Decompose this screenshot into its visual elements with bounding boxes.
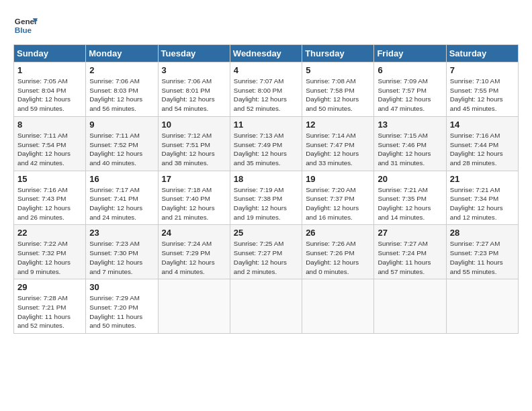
calendar-cell: 16Sunrise: 7:17 AMSunset: 7:41 PMDayligh… bbox=[86, 171, 158, 225]
day-number: 26 bbox=[306, 228, 370, 238]
page-header: General Blue bbox=[13, 13, 519, 38]
calendar-cell: 22Sunrise: 7:22 AMSunset: 7:32 PMDayligh… bbox=[14, 225, 86, 279]
day-number: 14 bbox=[450, 120, 515, 130]
calendar-cell: 21Sunrise: 7:21 AMSunset: 7:34 PMDayligh… bbox=[446, 171, 518, 225]
day-number: 5 bbox=[306, 65, 370, 75]
weekday-header-row: SundayMondayTuesdayWednesdayThursdayFrid… bbox=[14, 45, 519, 62]
day-info: Sunrise: 7:07 AMSunset: 8:00 PMDaylight:… bbox=[234, 77, 298, 113]
logo-icon: General Blue bbox=[13, 13, 38, 38]
calendar-week-4: 22Sunrise: 7:22 AMSunset: 7:32 PMDayligh… bbox=[14, 225, 519, 279]
calendar-cell: 11Sunrise: 7:13 AMSunset: 7:49 PMDayligh… bbox=[230, 116, 302, 171]
calendar-cell bbox=[302, 279, 374, 334]
day-info: Sunrise: 7:06 AMSunset: 8:01 PMDaylight:… bbox=[162, 77, 226, 113]
calendar-cell: 8Sunrise: 7:11 AMSunset: 7:54 PMDaylight… bbox=[14, 116, 86, 171]
day-number: 13 bbox=[378, 120, 442, 130]
weekday-header-tuesday: Tuesday bbox=[158, 45, 230, 62]
day-number: 6 bbox=[378, 65, 442, 75]
day-number: 19 bbox=[306, 174, 370, 184]
day-info: Sunrise: 7:24 AMSunset: 7:29 PMDaylight:… bbox=[162, 239, 226, 276]
logo: General Blue bbox=[13, 13, 38, 38]
calendar-cell: 18Sunrise: 7:19 AMSunset: 7:38 PMDayligh… bbox=[230, 171, 302, 225]
calendar-cell: 20Sunrise: 7:21 AMSunset: 7:35 PMDayligh… bbox=[374, 171, 446, 225]
calendar-cell: 1Sunrise: 7:05 AMSunset: 8:04 PMDaylight… bbox=[14, 62, 86, 117]
day-number: 22 bbox=[17, 228, 82, 238]
day-info: Sunrise: 7:12 AMSunset: 7:51 PMDaylight:… bbox=[162, 131, 226, 168]
calendar-cell: 27Sunrise: 7:27 AMSunset: 7:24 PMDayligh… bbox=[374, 225, 446, 279]
calendar-cell bbox=[158, 279, 230, 334]
day-info: Sunrise: 7:27 AMSunset: 7:24 PMDaylight:… bbox=[378, 239, 442, 276]
day-number: 24 bbox=[162, 228, 226, 238]
day-info: Sunrise: 7:17 AMSunset: 7:41 PMDaylight:… bbox=[89, 185, 154, 222]
day-number: 8 bbox=[17, 120, 82, 130]
day-info: Sunrise: 7:10 AMSunset: 7:55 PMDaylight:… bbox=[450, 77, 515, 113]
weekday-header-saturday: Saturday bbox=[446, 45, 518, 62]
day-number: 28 bbox=[450, 228, 515, 238]
day-info: Sunrise: 7:29 AMSunset: 7:20 PMDaylight:… bbox=[89, 293, 154, 330]
day-info: Sunrise: 7:21 AMSunset: 7:34 PMDaylight:… bbox=[450, 185, 515, 222]
calendar-cell: 12Sunrise: 7:14 AMSunset: 7:47 PMDayligh… bbox=[302, 116, 374, 171]
weekday-header-monday: Monday bbox=[86, 45, 158, 62]
day-number: 18 bbox=[234, 174, 298, 184]
calendar-cell: 4Sunrise: 7:07 AMSunset: 8:00 PMDaylight… bbox=[230, 62, 302, 117]
calendar-cell: 5Sunrise: 7:08 AMSunset: 7:58 PMDaylight… bbox=[302, 62, 374, 117]
calendar-cell: 14Sunrise: 7:16 AMSunset: 7:44 PMDayligh… bbox=[446, 116, 518, 171]
day-info: Sunrise: 7:28 AMSunset: 7:21 PMDaylight:… bbox=[17, 293, 82, 330]
calendar-week-3: 15Sunrise: 7:16 AMSunset: 7:43 PMDayligh… bbox=[14, 171, 519, 225]
weekday-header-friday: Friday bbox=[374, 45, 446, 62]
day-number: 3 bbox=[162, 65, 226, 75]
calendar-cell: 2Sunrise: 7:06 AMSunset: 8:03 PMDaylight… bbox=[86, 62, 158, 117]
day-info: Sunrise: 7:25 AMSunset: 7:27 PMDaylight:… bbox=[234, 239, 298, 276]
day-number: 12 bbox=[306, 120, 370, 130]
calendar-cell: 6Sunrise: 7:09 AMSunset: 7:57 PMDaylight… bbox=[374, 62, 446, 117]
day-info: Sunrise: 7:22 AMSunset: 7:32 PMDaylight:… bbox=[17, 239, 82, 276]
calendar-cell: 15Sunrise: 7:16 AMSunset: 7:43 PMDayligh… bbox=[14, 171, 86, 225]
calendar-cell: 13Sunrise: 7:15 AMSunset: 7:46 PMDayligh… bbox=[374, 116, 446, 171]
day-number: 29 bbox=[17, 282, 82, 292]
calendar-cell: 7Sunrise: 7:10 AMSunset: 7:55 PMDaylight… bbox=[446, 62, 518, 117]
day-info: Sunrise: 7:11 AMSunset: 7:52 PMDaylight:… bbox=[89, 131, 154, 168]
day-info: Sunrise: 7:16 AMSunset: 7:44 PMDaylight:… bbox=[450, 131, 515, 168]
weekday-header-thursday: Thursday bbox=[302, 45, 374, 62]
calendar-cell bbox=[374, 279, 446, 334]
calendar-cell: 23Sunrise: 7:23 AMSunset: 7:30 PMDayligh… bbox=[86, 225, 158, 279]
calendar-table: SundayMondayTuesdayWednesdayThursdayFrid… bbox=[13, 44, 519, 334]
day-number: 23 bbox=[89, 228, 154, 238]
calendar-week-5: 29Sunrise: 7:28 AMSunset: 7:21 PMDayligh… bbox=[14, 279, 519, 334]
day-number: 21 bbox=[450, 174, 515, 184]
calendar-cell: 17Sunrise: 7:18 AMSunset: 7:40 PMDayligh… bbox=[158, 171, 230, 225]
day-info: Sunrise: 7:09 AMSunset: 7:57 PMDaylight:… bbox=[378, 77, 442, 113]
weekday-header-sunday: Sunday bbox=[14, 45, 86, 62]
calendar-cell: 25Sunrise: 7:25 AMSunset: 7:27 PMDayligh… bbox=[230, 225, 302, 279]
day-info: Sunrise: 7:15 AMSunset: 7:46 PMDaylight:… bbox=[378, 131, 442, 168]
calendar-cell: 30Sunrise: 7:29 AMSunset: 7:20 PMDayligh… bbox=[86, 279, 158, 334]
weekday-header-wednesday: Wednesday bbox=[230, 45, 302, 62]
day-info: Sunrise: 7:05 AMSunset: 8:04 PMDaylight:… bbox=[17, 77, 82, 113]
day-number: 10 bbox=[162, 120, 226, 130]
calendar-cell: 19Sunrise: 7:20 AMSunset: 7:37 PMDayligh… bbox=[302, 171, 374, 225]
svg-text:Blue: Blue bbox=[15, 26, 32, 34]
day-info: Sunrise: 7:11 AMSunset: 7:54 PMDaylight:… bbox=[17, 131, 82, 168]
day-number: 4 bbox=[234, 65, 298, 75]
calendar-cell: 29Sunrise: 7:28 AMSunset: 7:21 PMDayligh… bbox=[14, 279, 86, 334]
day-info: Sunrise: 7:13 AMSunset: 7:49 PMDaylight:… bbox=[234, 131, 298, 168]
day-number: 17 bbox=[162, 174, 226, 184]
day-info: Sunrise: 7:23 AMSunset: 7:30 PMDaylight:… bbox=[89, 239, 154, 276]
calendar-cell: 28Sunrise: 7:27 AMSunset: 7:23 PMDayligh… bbox=[446, 225, 518, 279]
day-number: 25 bbox=[234, 228, 298, 238]
day-number: 30 bbox=[89, 282, 154, 292]
calendar-cell bbox=[446, 279, 518, 334]
day-info: Sunrise: 7:26 AMSunset: 7:26 PMDaylight:… bbox=[306, 239, 370, 276]
calendar-cell: 9Sunrise: 7:11 AMSunset: 7:52 PMDaylight… bbox=[86, 116, 158, 171]
day-number: 1 bbox=[17, 65, 82, 75]
day-number: 9 bbox=[89, 120, 154, 130]
day-info: Sunrise: 7:20 AMSunset: 7:37 PMDaylight:… bbox=[306, 185, 370, 222]
calendar-week-1: 1Sunrise: 7:05 AMSunset: 8:04 PMDaylight… bbox=[14, 62, 519, 117]
day-info: Sunrise: 7:16 AMSunset: 7:43 PMDaylight:… bbox=[17, 185, 82, 222]
day-info: Sunrise: 7:19 AMSunset: 7:38 PMDaylight:… bbox=[234, 185, 298, 222]
day-number: 20 bbox=[378, 174, 442, 184]
day-number: 27 bbox=[378, 228, 442, 238]
day-info: Sunrise: 7:06 AMSunset: 8:03 PMDaylight:… bbox=[89, 77, 154, 113]
day-number: 16 bbox=[89, 174, 154, 184]
day-info: Sunrise: 7:21 AMSunset: 7:35 PMDaylight:… bbox=[378, 185, 442, 222]
day-number: 15 bbox=[17, 174, 82, 184]
